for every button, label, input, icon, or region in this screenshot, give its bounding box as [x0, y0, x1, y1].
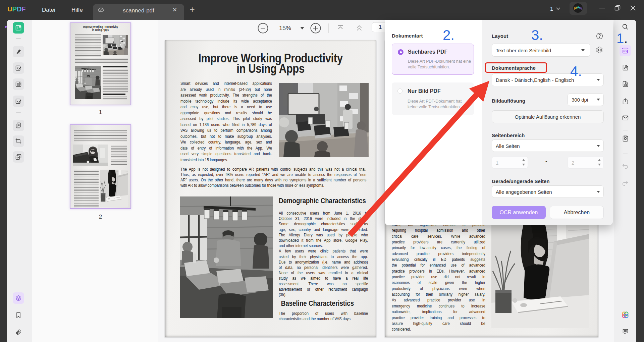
svg-text:OCR: OCR: [623, 51, 627, 53]
